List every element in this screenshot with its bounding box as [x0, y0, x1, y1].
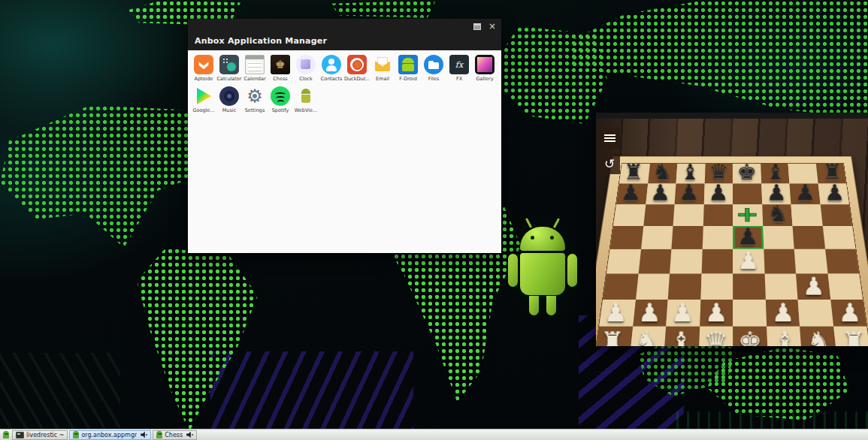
- app-fdroid[interactable]: F-Droid: [395, 55, 421, 85]
- board-square[interactable]: [825, 249, 859, 273]
- chess-piece[interactable]: ♟: [733, 249, 764, 273]
- chess-piece[interactable]: ♞: [630, 329, 664, 346]
- board-square[interactable]: [673, 204, 704, 226]
- board-square[interactable]: [820, 204, 852, 226]
- board-square[interactable]: [606, 249, 640, 273]
- board-square[interactable]: ♟: [646, 183, 676, 204]
- board-square[interactable]: [641, 226, 673, 249]
- board-square[interactable]: ♟: [616, 183, 648, 204]
- board-square[interactable]: [793, 226, 825, 249]
- chess-piece[interactable]: ♟: [797, 274, 830, 299]
- board-square[interactable]: [733, 273, 765, 299]
- chess-piece[interactable]: ♟: [733, 225, 764, 249]
- board-square[interactable]: ♟: [789, 183, 820, 204]
- board-square[interactable]: [791, 204, 822, 226]
- app-settings[interactable]: ⚙Settings: [242, 86, 268, 116]
- taskbar-item[interactable]: livedrestic ~: [12, 430, 68, 440]
- chess-piece[interactable]: ♟: [599, 300, 633, 326]
- board-square[interactable]: ♟: [675, 183, 705, 204]
- board-square[interactable]: ♛: [698, 327, 733, 346]
- chess-piece[interactable]: ♛: [698, 329, 733, 346]
- app-clock[interactable]: Clock: [293, 55, 319, 85]
- board-square[interactable]: [603, 273, 638, 299]
- app-calculator[interactable]: Calculator: [216, 55, 242, 85]
- chess-piece[interactable]: ♟: [700, 300, 733, 326]
- board-square[interactable]: ♟: [830, 300, 866, 327]
- board-square[interactable]: ♟: [733, 249, 764, 273]
- board-square[interactable]: [798, 300, 833, 327]
- chess-piece[interactable]: ♞: [763, 203, 793, 225]
- taskbar-item[interactable]: org.anbox.appmgr: [69, 430, 151, 440]
- chess-piece[interactable]: ♟: [820, 182, 849, 203]
- chess-piece[interactable]: ♟: [633, 300, 667, 326]
- app-spotify[interactable]: Spotify: [268, 86, 293, 116]
- board-square[interactable]: [613, 204, 646, 226]
- board-square[interactable]: ♚: [733, 164, 761, 183]
- app-chess[interactable]: ♚Chess: [268, 55, 293, 85]
- chess-piece[interactable]: ♜: [836, 329, 868, 346]
- board-square[interactable]: ♞: [762, 204, 793, 226]
- menu-button[interactable]: [599, 128, 620, 149]
- board-square[interactable]: [701, 249, 733, 273]
- app-music[interactable]: Music: [216, 86, 242, 116]
- board-square[interactable]: ♜: [596, 327, 633, 346]
- board-square[interactable]: ♟: [700, 300, 733, 327]
- app-manager-titlebar[interactable]: Anbox Application Manager ×: [188, 19, 501, 50]
- board-square[interactable]: [733, 183, 762, 204]
- app-files[interactable]: Files: [421, 55, 446, 85]
- board-square[interactable]: ♟: [796, 273, 830, 299]
- chess-piece[interactable]: ♟: [646, 182, 675, 203]
- taskbar-item[interactable]: Chess: [153, 430, 197, 440]
- chess-piece[interactable]: ♝: [767, 329, 802, 346]
- chess-piece[interactable]: ♜: [596, 329, 630, 346]
- board-square[interactable]: ♚: [733, 327, 767, 346]
- chess-piece[interactable]: ♟: [833, 300, 866, 326]
- restore-button[interactable]: [473, 23, 481, 30]
- board-square[interactable]: [702, 226, 733, 249]
- board-square[interactable]: ♝: [664, 327, 699, 346]
- chess-piece[interactable]: ♟: [666, 300, 700, 326]
- app-fx[interactable]: fxFX: [446, 55, 472, 85]
- board-square[interactable]: ♜: [833, 327, 868, 346]
- app-duckduckgo[interactable]: DuckDuc...: [344, 55, 370, 85]
- chess-piece[interactable]: ♚: [733, 329, 767, 346]
- board-square[interactable]: [636, 273, 670, 299]
- app-google-play[interactable]: Google...: [191, 86, 216, 116]
- board-square[interactable]: [670, 249, 702, 273]
- board-square[interactable]: [671, 226, 703, 249]
- board-square[interactable]: ♞: [630, 327, 667, 346]
- board-square[interactable]: [764, 249, 796, 273]
- board-square[interactable]: ♟: [703, 183, 733, 204]
- close-button[interactable]: ×: [488, 23, 496, 30]
- chess-piece[interactable]: ♝: [664, 329, 699, 346]
- app-gallery[interactable]: Gallery: [472, 55, 498, 85]
- app-webview[interactable]: WebVie...: [293, 86, 319, 116]
- board-square[interactable]: ♟: [733, 226, 764, 249]
- board-square[interactable]: [668, 273, 701, 299]
- board-square[interactable]: [638, 249, 671, 273]
- board-square[interactable]: [794, 249, 827, 273]
- start-button[interactable]: [0, 430, 12, 440]
- board-square[interactable]: ♝: [767, 327, 802, 346]
- chess-piece[interactable]: ♟: [675, 182, 704, 203]
- board-square[interactable]: [610, 226, 643, 249]
- board-square[interactable]: ♞: [800, 327, 836, 346]
- board-square[interactable]: [763, 226, 794, 249]
- board-square[interactable]: ♟: [599, 300, 635, 327]
- board-square[interactable]: ♟: [666, 300, 700, 327]
- chess-piece[interactable]: ♞: [802, 329, 836, 346]
- app-email[interactable]: Email: [370, 55, 395, 85]
- chess-piece[interactable]: ♟: [791, 182, 820, 203]
- board-square[interactable]: [733, 300, 767, 327]
- app-contacts[interactable]: Contacts: [319, 55, 344, 85]
- app-aptoide[interactable]: Aptoide: [191, 55, 216, 85]
- board-square[interactable]: [700, 273, 733, 299]
- chess-piece[interactable]: ♟: [767, 300, 800, 326]
- board-square[interactable]: [643, 204, 675, 226]
- board-square[interactable]: ♟: [818, 183, 849, 204]
- board-square[interactable]: ♟: [765, 300, 800, 327]
- undo-rotate-button[interactable]: ↺: [599, 153, 620, 174]
- app-calendar[interactable]: Calendar: [242, 55, 268, 85]
- chess-piece[interactable]: ♟: [616, 182, 646, 203]
- board-square[interactable]: ♟: [633, 300, 668, 327]
